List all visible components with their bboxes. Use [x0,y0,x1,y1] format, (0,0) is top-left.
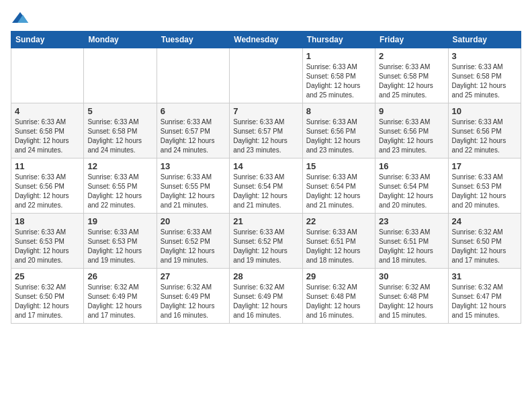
calendar-cell: 12Sunrise: 6:33 AM Sunset: 6:55 PM Dayli… [84,158,157,214]
day-number: 19 [87,216,152,226]
day-number: 29 [306,271,371,281]
day-info: Sunrise: 6:33 AM Sunset: 6:54 PM Dayligh… [379,173,444,210]
day-info: Sunrise: 6:33 AM Sunset: 6:52 PM Dayligh… [233,228,298,265]
calendar-day-header: Thursday [302,32,375,48]
day-info: Sunrise: 6:33 AM Sunset: 6:58 PM Dayligh… [452,62,517,100]
calendar-cell: 21Sunrise: 6:33 AM Sunset: 6:52 PM Dayli… [230,214,302,269]
day-info: Sunrise: 6:33 AM Sunset: 6:53 PM Dayligh… [15,228,80,265]
day-info: Sunrise: 6:33 AM Sunset: 6:51 PM Dayligh… [306,228,371,265]
day-info: Sunrise: 6:33 AM Sunset: 6:56 PM Dayligh… [379,118,444,155]
day-info: Sunrise: 6:33 AM Sunset: 6:54 PM Dayligh… [306,173,371,210]
day-info: Sunrise: 6:33 AM Sunset: 6:53 PM Dayligh… [452,173,517,210]
calendar-cell: 19Sunrise: 6:33 AM Sunset: 6:53 PM Dayli… [84,214,157,269]
calendar-cell: 28Sunrise: 6:32 AM Sunset: 6:49 PM Dayli… [230,269,302,324]
day-info: Sunrise: 6:33 AM Sunset: 6:56 PM Dayligh… [306,118,371,155]
calendar-cell: 23Sunrise: 6:33 AM Sunset: 6:51 PM Dayli… [375,214,448,269]
calendar-day-header: Wednesday [230,32,302,48]
day-number: 11 [15,161,80,171]
calendar-day-header: Tuesday [157,32,229,48]
day-info: Sunrise: 6:33 AM Sunset: 6:57 PM Dayligh… [233,118,298,155]
day-info: Sunrise: 6:32 AM Sunset: 6:49 PM Dayligh… [161,283,226,320]
day-info: Sunrise: 6:32 AM Sunset: 6:48 PM Dayligh… [306,283,371,320]
calendar-cell [84,48,157,103]
calendar-cell [157,48,229,103]
day-number: 6 [161,106,226,116]
day-number: 7 [233,106,298,116]
calendar-header-row: SundayMondayTuesdayWednesdayThursdayFrid… [11,32,521,48]
calendar-cell: 22Sunrise: 6:33 AM Sunset: 6:51 PM Dayli… [302,214,375,269]
day-number: 30 [379,271,444,281]
day-number: 21 [233,216,298,226]
logo [11,11,32,26]
calendar-cell: 10Sunrise: 6:33 AM Sunset: 6:56 PM Dayli… [448,103,521,158]
day-number: 22 [306,216,371,226]
day-number: 9 [379,106,444,116]
calendar-cell: 18Sunrise: 6:33 AM Sunset: 6:53 PM Dayli… [11,214,84,269]
day-info: Sunrise: 6:32 AM Sunset: 6:47 PM Dayligh… [452,283,517,320]
calendar-cell: 2Sunrise: 6:33 AM Sunset: 6:58 PM Daylig… [375,48,448,103]
calendar-cell: 9Sunrise: 6:33 AM Sunset: 6:56 PM Daylig… [375,103,448,158]
day-info: Sunrise: 6:33 AM Sunset: 6:58 PM Dayligh… [87,118,152,155]
calendar-cell: 3Sunrise: 6:33 AM Sunset: 6:58 PM Daylig… [448,48,521,103]
calendar-cell: 7Sunrise: 6:33 AM Sunset: 6:57 PM Daylig… [230,103,302,158]
calendar-day-header: Sunday [11,32,84,48]
calendar-cell: 20Sunrise: 6:33 AM Sunset: 6:52 PM Dayli… [157,214,229,269]
calendar-cell: 31Sunrise: 6:32 AM Sunset: 6:47 PM Dayli… [448,269,521,324]
day-number: 5 [87,106,152,116]
calendar-day-header: Saturday [448,32,521,48]
calendar-cell: 8Sunrise: 6:33 AM Sunset: 6:56 PM Daylig… [302,103,375,158]
calendar-week-row: 18Sunrise: 6:33 AM Sunset: 6:53 PM Dayli… [11,214,521,269]
day-info: Sunrise: 6:33 AM Sunset: 6:58 PM Dayligh… [306,62,371,100]
calendar-cell: 16Sunrise: 6:33 AM Sunset: 6:54 PM Dayli… [375,158,448,214]
calendar-cell: 6Sunrise: 6:33 AM Sunset: 6:57 PM Daylig… [157,103,229,158]
day-info: Sunrise: 6:33 AM Sunset: 6:54 PM Dayligh… [233,173,298,210]
day-info: Sunrise: 6:32 AM Sunset: 6:50 PM Dayligh… [15,283,80,320]
calendar-cell [230,48,302,103]
day-number: 16 [379,161,444,171]
calendar-cell: 25Sunrise: 6:32 AM Sunset: 6:50 PM Dayli… [11,269,84,324]
day-number: 1 [306,51,371,61]
calendar-cell: 27Sunrise: 6:32 AM Sunset: 6:49 PM Dayli… [157,269,229,324]
day-info: Sunrise: 6:32 AM Sunset: 6:48 PM Dayligh… [379,283,444,320]
day-number: 14 [233,161,298,171]
day-info: Sunrise: 6:32 AM Sunset: 6:49 PM Dayligh… [233,283,298,320]
calendar-cell: 17Sunrise: 6:33 AM Sunset: 6:53 PM Dayli… [448,158,521,214]
day-info: Sunrise: 6:33 AM Sunset: 6:58 PM Dayligh… [15,118,80,155]
calendar-week-row: 1Sunrise: 6:33 AM Sunset: 6:58 PM Daylig… [11,48,521,103]
calendar-cell: 1Sunrise: 6:33 AM Sunset: 6:58 PM Daylig… [302,48,375,103]
day-number: 3 [452,51,517,61]
day-number: 13 [161,161,226,171]
calendar-cell [11,48,84,103]
day-info: Sunrise: 6:33 AM Sunset: 6:53 PM Dayligh… [87,228,152,265]
day-number: 28 [233,271,298,281]
day-info: Sunrise: 6:33 AM Sunset: 6:52 PM Dayligh… [161,228,226,265]
day-number: 10 [452,106,517,116]
day-number: 25 [15,271,80,281]
calendar-cell: 4Sunrise: 6:33 AM Sunset: 6:58 PM Daylig… [11,103,84,158]
day-info: Sunrise: 6:32 AM Sunset: 6:49 PM Dayligh… [87,283,152,320]
day-number: 12 [87,161,152,171]
day-number: 23 [379,216,444,226]
calendar-day-header: Friday [375,32,448,48]
calendar-week-row: 11Sunrise: 6:33 AM Sunset: 6:56 PM Dayli… [11,158,521,214]
day-info: Sunrise: 6:33 AM Sunset: 6:56 PM Dayligh… [452,118,517,155]
calendar-table: SundayMondayTuesdayWednesdayThursdayFrid… [11,31,521,324]
day-info: Sunrise: 6:33 AM Sunset: 6:57 PM Dayligh… [161,118,226,155]
calendar-cell: 13Sunrise: 6:33 AM Sunset: 6:55 PM Dayli… [157,158,229,214]
logo-icon [11,11,30,26]
day-number: 18 [15,216,80,226]
day-info: Sunrise: 6:33 AM Sunset: 6:55 PM Dayligh… [161,173,226,210]
day-info: Sunrise: 6:32 AM Sunset: 6:50 PM Dayligh… [452,228,517,265]
day-info: Sunrise: 6:33 AM Sunset: 6:51 PM Dayligh… [379,228,444,265]
calendar-day-header: Monday [84,32,157,48]
calendar-cell: 30Sunrise: 6:32 AM Sunset: 6:48 PM Dayli… [375,269,448,324]
day-number: 27 [161,271,226,281]
day-number: 26 [87,271,152,281]
day-info: Sunrise: 6:33 AM Sunset: 6:56 PM Dayligh… [15,173,80,210]
day-number: 17 [452,161,517,171]
day-number: 2 [379,51,444,61]
day-number: 31 [452,271,517,281]
day-number: 20 [161,216,226,226]
day-number: 15 [306,161,371,171]
calendar-cell: 26Sunrise: 6:32 AM Sunset: 6:49 PM Dayli… [84,269,157,324]
